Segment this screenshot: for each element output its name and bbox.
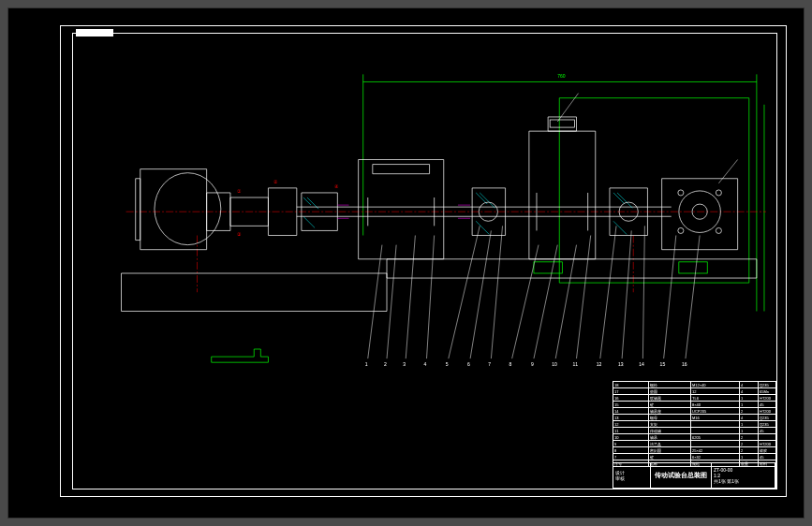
- drawing-title: 传动试验台总装图: [653, 471, 709, 480]
- title-block-footer: 设计 审核 传动试验台总装图 ZT-00-00 1:2 共1张 第1张: [613, 462, 776, 489]
- bom-mat: 45: [759, 428, 777, 434]
- svg-text:15: 15: [660, 361, 666, 367]
- bom-spec: 6205: [691, 434, 740, 441]
- bom-spec: [691, 441, 740, 447]
- bom-mat: Q235: [759, 421, 777, 428]
- svg-text:11: 11: [572, 361, 578, 367]
- bom-mat: 45: [759, 454, 777, 460]
- bom-spec: 6×32: [691, 454, 740, 460]
- bom-qty: 2: [740, 434, 759, 441]
- bom-mat: 65Mn: [759, 388, 777, 395]
- svg-point-0: [155, 173, 221, 245]
- bom-spec: M16: [691, 415, 740, 421]
- bom-spec: UCP205: [691, 408, 740, 415]
- bom-name: 支架: [649, 421, 691, 428]
- bom-name: 键: [649, 454, 691, 460]
- svg-point-8: [678, 227, 684, 233]
- bom-qty: 2: [740, 447, 759, 454]
- bom-mat: Q235: [759, 415, 777, 421]
- bom-no: 10: [613, 434, 649, 441]
- bom-no: 11: [613, 428, 649, 434]
- bom-name: 轴承座: [649, 408, 691, 415]
- bom-name: 键: [649, 402, 691, 408]
- bom-no: 7: [613, 454, 649, 460]
- bom-qty: 1: [740, 395, 759, 402]
- centerline-group: [126, 212, 766, 292]
- svg-text:①: ①: [237, 188, 242, 194]
- svg-text:6: 6: [467, 361, 470, 367]
- svg-text:2: 2: [384, 361, 387, 367]
- bom-spec: 12: [691, 388, 740, 395]
- bom-no: 17: [613, 388, 649, 395]
- bom-name: 轴承: [649, 434, 691, 441]
- svg-rect-2: [550, 120, 574, 127]
- bom-name: 螺栓: [649, 382, 691, 388]
- red-balloons: ① ② ③ ④: [237, 179, 339, 237]
- svg-rect-11: [679, 262, 707, 273]
- bom-mat: Q235: [759, 382, 777, 388]
- svg-point-7: [716, 190, 721, 196]
- bom-qty: 1: [740, 428, 759, 434]
- sheet-title-tab: [76, 29, 113, 37]
- cad-viewport[interactable]: 760: [7, 7, 805, 519]
- svg-text:9: 9: [531, 361, 534, 367]
- svg-text:14: 14: [639, 361, 644, 367]
- bom-qty: 1: [740, 421, 759, 428]
- dim-overall: 760: [557, 73, 566, 79]
- bom-no: 18: [613, 382, 649, 388]
- svg-point-9: [716, 227, 721, 233]
- bom-qty: 4: [740, 388, 759, 395]
- bom-qty: 4: [740, 382, 759, 388]
- bom-no: 15: [613, 402, 649, 408]
- svg-text:4: 4: [423, 361, 426, 367]
- svg-text:16: 16: [682, 361, 687, 367]
- bom-name: 法兰盘: [649, 441, 691, 447]
- svg-rect-10: [534, 262, 562, 273]
- bom-mat: HT200: [759, 395, 777, 402]
- checker-role-label: 审核: [615, 475, 648, 481]
- svg-text:②: ②: [273, 179, 278, 184]
- svg-text:12: 12: [597, 361, 602, 367]
- svg-point-6: [678, 190, 684, 196]
- bom-spec: 25×42: [691, 447, 740, 454]
- bom-mat: HT200: [759, 441, 777, 447]
- bom-spec: TL6: [691, 395, 740, 402]
- bom-qty: 1: [740, 402, 759, 408]
- bom-mat: HT200: [759, 408, 777, 415]
- bom-spec: 8×40: [691, 402, 740, 408]
- bom-qty: 2: [740, 408, 759, 415]
- balloon-numbers: 1 2 3 4 5 6 7 8 9 10 11 12 13 14 15 16: [365, 361, 687, 367]
- svg-text:③: ③: [237, 231, 242, 237]
- sheet-count: 共1张 第1张: [714, 478, 773, 484]
- leader-group: [368, 94, 738, 359]
- bom-no: 12: [613, 421, 649, 428]
- bom-name: 传动轴: [649, 428, 691, 434]
- svg-text:8: 8: [509, 361, 512, 367]
- svg-text:10: 10: [552, 361, 557, 367]
- dimension-group: 760: [363, 73, 764, 311]
- bom-mat: [759, 434, 777, 441]
- bom-mat: 45: [759, 402, 777, 408]
- bom-qty: 2: [740, 441, 759, 447]
- bom-qty: 4: [740, 415, 759, 421]
- bom-name: 垫圈: [649, 388, 691, 395]
- svg-text:1: 1: [365, 361, 368, 367]
- bom-mat: 橡胶: [759, 447, 777, 454]
- bom-name: 联轴器: [649, 395, 691, 402]
- bom-spec: [691, 428, 740, 434]
- cad-drawing[interactable]: 760: [83, 46, 766, 387]
- svg-text:7: 7: [488, 361, 491, 367]
- bom-qty: 1: [740, 454, 759, 460]
- assembly-outline: [122, 117, 757, 362]
- bom-spec: M12×40: [691, 382, 740, 388]
- bom-no: 8: [613, 447, 649, 454]
- svg-text:5: 5: [446, 361, 449, 367]
- bom-name: 密封圈: [649, 447, 691, 454]
- bom-no: 14: [613, 408, 649, 415]
- bom-spec: [691, 421, 740, 428]
- svg-text:④: ④: [334, 183, 339, 189]
- svg-text:3: 3: [403, 361, 406, 367]
- bom-no: 13: [613, 415, 649, 421]
- bom-no: 16: [613, 395, 649, 402]
- svg-text:13: 13: [618, 361, 624, 367]
